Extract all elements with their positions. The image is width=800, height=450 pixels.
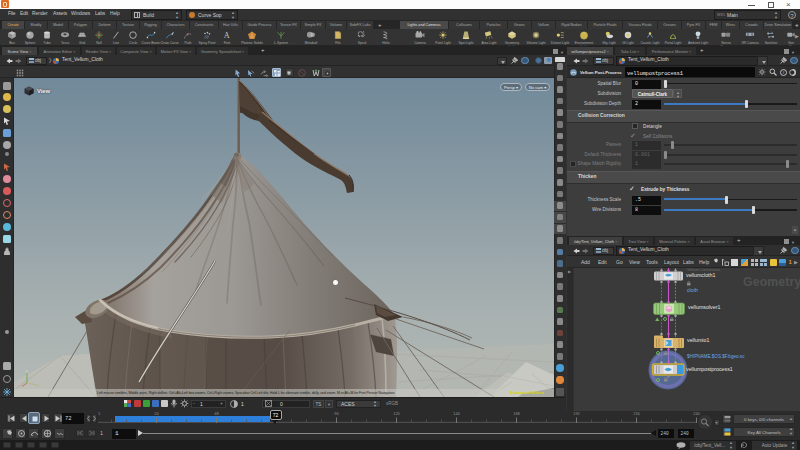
svg-text:A: A xyxy=(224,31,230,39)
svg-text:Y: Y xyxy=(26,370,29,374)
